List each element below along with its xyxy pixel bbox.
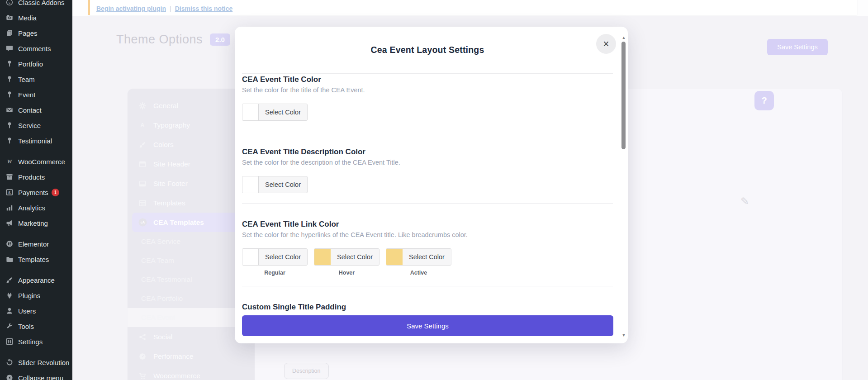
user-icon [5, 307, 14, 314]
sidebar-item-label: WooCommerce [18, 158, 65, 166]
grid-icon [138, 200, 147, 207]
sidebar-item-label: Payments [18, 189, 48, 196]
sidebar-item-users[interactable]: Users [0, 303, 72, 318]
sidebar-item-collapse-menu[interactable]: Collapse menu [0, 370, 72, 380]
scrollbar-thumb[interactable] [621, 42, 626, 149]
sidebar-item-label: Testimonial [18, 137, 52, 145]
select-color-button[interactable]: Select Color [242, 176, 308, 193]
sidebar-item-label: Event [18, 91, 35, 99]
color-swatch [242, 249, 259, 265]
section-description: Set the color for the title of the CEA E… [242, 86, 613, 95]
sidebar-item-tools[interactable]: Tools [0, 318, 72, 334]
begin-activating-plugin-link[interactable]: Begin activating plugin [96, 5, 166, 12]
select-color-label: Select Color [259, 249, 307, 265]
settings-section-cea-event-title-color: CEA Event Title ColorSet the color for t… [242, 74, 613, 131]
bar-chart-icon [5, 204, 14, 211]
panel-item-label: Typography [153, 121, 190, 129]
gear-icon [138, 102, 147, 109]
sidebar-item-products[interactable]: Products [0, 169, 72, 185]
cea-event-layout-settings-modal: Cea Event Layout Settings × CEA Event Ti… [235, 27, 628, 343]
sidebar-item-woocommerce[interactable]: WWooCommerce [0, 154, 72, 169]
classic-addons-icon: c [5, 0, 14, 6]
panel-item-woocommerce[interactable]: Woocommerce [128, 366, 255, 380]
select-color-button[interactable]: Select Color [314, 248, 379, 266]
help-button[interactable]: ? [754, 91, 774, 110]
pin-icon [5, 76, 14, 83]
dismiss-notice-link[interactable]: Dismiss this notice [175, 5, 233, 12]
camera-icon [5, 14, 14, 21]
sidebar-item-elementor[interactable]: Elementor [0, 236, 72, 252]
modal-scrollbar[interactable]: ▲ ▼ [621, 35, 627, 337]
site-header-icon [138, 161, 147, 168]
typography-icon: A [138, 122, 147, 129]
sidebar-item-analytics[interactable]: Analytics [0, 200, 72, 215]
site-footer-icon [138, 180, 147, 187]
sidebar-item-classic-addons[interactable]: cClassic Addons [0, 0, 72, 10]
save-settings-button[interactable]: Save Settings [242, 315, 613, 336]
page-header: Theme Options 2.0 ✎ [116, 33, 247, 47]
panel-item-label: Site Header [153, 160, 190, 168]
sidebar-item-slider-revolution[interactable]: Slider Revolution [0, 355, 72, 370]
paintbrush-icon [5, 276, 14, 284]
slider-revolution-icon [5, 359, 14, 366]
count-badge: 1 [52, 189, 59, 196]
sidebar-item-label: Contact [18, 106, 42, 114]
sidebar-item-testimonial[interactable]: Testimonial [0, 133, 72, 148]
sidebar-item-label: Team [18, 76, 35, 83]
svg-text:W: W [7, 158, 12, 165]
panel-item-cea-templates[interactable]: cACEA Templates [132, 213, 250, 232]
panel-item-performance[interactable]: Performance [128, 347, 255, 366]
sidebar-item-portfolio[interactable]: Portfolio [0, 56, 72, 71]
svg-text:$: $ [8, 190, 11, 195]
sidebar-item-team[interactable]: Team [0, 71, 72, 87]
section-heading: CEA Event Title Description Color [242, 147, 613, 157]
scroll-down-icon[interactable]: ▼ [621, 333, 627, 337]
sidebar-item-contact[interactable]: Contact [0, 102, 72, 118]
color-swatch [386, 249, 403, 265]
picker-state-label: Hover [339, 270, 355, 276]
panel-item-label: CEA Templates [153, 218, 204, 227]
panel-item-label: CEA Portfolio [141, 294, 183, 303]
sidebar-item-comments[interactable]: Comments [0, 41, 72, 56]
sidebar-item-payments[interactable]: $Payments1 [0, 185, 72, 200]
sidebar-item-label: Media [18, 14, 37, 22]
sidebar-item-templates[interactable]: Templates [0, 252, 72, 267]
section-description: Set the color for the hyperlinks of the … [242, 231, 613, 239]
panel-item-label: Woocommerce [153, 372, 200, 380]
sidebar-item-marketing[interactable]: Marketing [0, 215, 72, 231]
envelope-icon [5, 106, 14, 114]
select-color-button[interactable]: Select Color [386, 248, 451, 266]
sidebar-item-pages[interactable]: Pages [0, 25, 72, 41]
svg-text:cA: cA [140, 220, 145, 224]
sidebar-item-label: Appearance [18, 276, 55, 284]
select-color-button[interactable]: Select Color [242, 248, 308, 266]
cea-logo-icon: cA [138, 218, 147, 227]
section-heading: CEA Event Title Color [242, 75, 613, 84]
megaphone-icon [5, 219, 14, 227]
scroll-up-icon[interactable]: ▲ [621, 35, 627, 40]
sidebar-item-plugins[interactable]: Plugins [0, 288, 72, 303]
sidebar-item-label: Marketing [18, 219, 48, 227]
description-button[interactable]: Description [284, 363, 329, 379]
color-swatch [242, 176, 259, 193]
sidebar-item-appearance[interactable]: Appearance [0, 272, 72, 288]
sidebar-item-label: Settings [18, 338, 43, 346]
section-heading: CEA Event Title Link Color [242, 220, 613, 229]
sidebar-item-settings[interactable]: Settings [0, 334, 72, 349]
select-color-label: Select Color [259, 176, 307, 193]
select-color-label: Select Color [259, 104, 307, 120]
pin-icon [5, 60, 14, 67]
settings-section-cea-event-title-description-color: CEA Event Title Description ColorSet the… [242, 131, 613, 204]
picker-state-label: Active [410, 270, 427, 276]
close-button[interactable]: × [596, 34, 616, 54]
box-icon [5, 173, 14, 180]
sidebar-item-service[interactable]: Service [0, 118, 72, 133]
save-settings-button-top[interactable]: Save Settings [767, 39, 828, 55]
select-color-button[interactable]: Select Color [242, 104, 308, 121]
panel-item-label: Performance [153, 352, 194, 361]
color-picker: Select ColorActive [386, 248, 451, 276]
version-badge: 2.0 [210, 33, 230, 46]
sidebar-item-event[interactable]: Event [0, 87, 72, 102]
panel-item-label: Social [153, 333, 172, 341]
sidebar-item-media[interactable]: Media [0, 10, 72, 25]
